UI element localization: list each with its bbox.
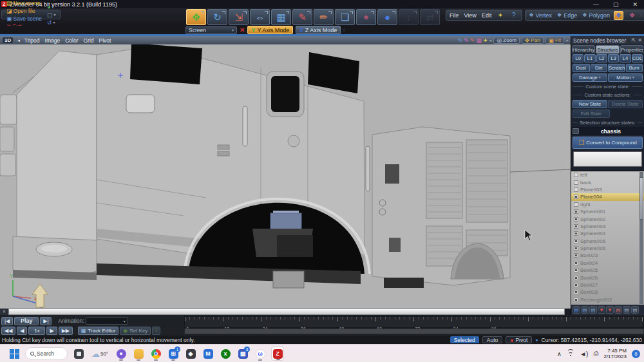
node-checkbox[interactable] xyxy=(574,298,578,302)
notification-badge[interactable]: 8 xyxy=(632,350,640,358)
sphere-tool-button[interactable]: ● xyxy=(377,9,397,25)
node-list-item[interactable]: Sphere005 xyxy=(571,238,644,245)
taskbar-chrome[interactable] xyxy=(149,347,162,361)
node-list-item[interactable]: back xyxy=(571,178,644,186)
taskbar-xbox[interactable]: x xyxy=(219,347,232,361)
tab-structure[interactable]: Structure xyxy=(596,45,619,53)
taskbar-clock[interactable]: 7:45 PM 2/17/2023 xyxy=(603,348,627,359)
taskbar-notes-app[interactable]: ▤3 xyxy=(236,347,249,361)
vp-menu-pivot[interactable]: Pivot xyxy=(99,37,111,44)
maximize-button[interactable]: ▢ xyxy=(613,1,619,8)
lod-button[interactable]: L3 xyxy=(608,54,619,62)
dock-icon[interactable]: ⇱ xyxy=(632,37,636,43)
node-list-item[interactable]: Plane003 xyxy=(571,186,644,193)
draw-overflow-icon[interactable]: ▾ xyxy=(489,38,491,43)
arrow-down-tool-button[interactable]: ↓ xyxy=(399,9,419,25)
node-list-item[interactable]: Box027 xyxy=(571,281,644,289)
export-icon[interactable]: ✦ xyxy=(495,11,505,20)
paint-pen-icon[interactable]: ✎ xyxy=(470,37,475,44)
polygon-mode-button[interactable]: ❖Polygon xyxy=(582,12,610,19)
node-checkbox[interactable] xyxy=(574,202,578,207)
node-settings-icon[interactable]: ▤ xyxy=(631,306,639,314)
vp-menu-grid[interactable]: Grid xyxy=(83,37,93,44)
uv-pen-icon[interactable]: ✎ xyxy=(464,37,469,44)
active-mode-icon[interactable]: ❖ xyxy=(614,11,623,20)
printer-icon[interactable]: ⎙ xyxy=(593,350,598,357)
taskbar-chat-app[interactable]: ● xyxy=(115,347,128,361)
dropdown-button[interactable]: Motion▾ xyxy=(608,73,643,82)
node-import-icon[interactable]: ▤ xyxy=(581,306,589,314)
pivot-mode-chip[interactable]: ●Pivot xyxy=(506,336,532,343)
node-checkbox[interactable] xyxy=(574,209,578,214)
rewind-button[interactable]: ◀◀ xyxy=(1,327,15,335)
weather-widget[interactable]: ☁50° xyxy=(90,347,110,361)
rotate-tool-button[interactable]: ↻ xyxy=(207,9,227,25)
node-list-item[interactable]: Box028 xyxy=(571,289,644,296)
zoom-button[interactable]: ◎Zoom xyxy=(493,37,519,44)
auto-mode-chip[interactable]: Auto xyxy=(482,336,503,343)
new-scene-button[interactable]: ▤New scene xyxy=(5,0,44,7)
node-list-item[interactable]: Rectangle004 xyxy=(571,303,644,305)
material-browser-button[interactable]: ◕▾ xyxy=(45,3,58,11)
node-checkbox[interactable] xyxy=(574,239,578,243)
list-scrollbar-thumb[interactable] xyxy=(639,177,643,220)
node-list-item[interactable]: Box024 xyxy=(571,260,644,267)
node-checkbox[interactable] xyxy=(574,231,578,236)
viewport-3d-scene[interactable]: Y ✕ Z xyxy=(0,44,571,309)
timeline-track[interactable] xyxy=(184,329,644,334)
node-export-icon[interactable]: ▤ xyxy=(589,306,597,314)
timeline-close-icon[interactable]: ✕ xyxy=(0,309,8,315)
node-checkbox[interactable] xyxy=(574,246,578,251)
node-list-item[interactable]: Rectangle002 xyxy=(571,296,644,303)
taskbar-file-explorer[interactable] xyxy=(132,347,145,361)
vertex-mode-button[interactable]: ❖Vertex xyxy=(529,12,552,19)
pan-button[interactable]: ✥Pan xyxy=(522,37,544,44)
wifi-icon[interactable] xyxy=(567,350,574,357)
node-checkbox[interactable] xyxy=(574,180,578,185)
layer-button[interactable]: Dirt xyxy=(591,64,608,72)
lod-button[interactable]: L0 xyxy=(573,54,583,62)
open-file-button[interactable]: ◪Open file xyxy=(5,7,44,15)
extrude-tool-button[interactable]: ❏ xyxy=(335,9,355,25)
node-checkbox[interactable] xyxy=(574,187,578,192)
edit-uv-tool-button[interactable]: ✎ xyxy=(292,9,312,25)
node-list-item[interactable]: Sphere006 xyxy=(571,245,644,252)
detach-tool-button[interactable]: ⌖ xyxy=(356,9,376,25)
node-list-item[interactable]: Box025 xyxy=(571,267,644,274)
node-list-item[interactable]: Sphere001 xyxy=(571,208,644,215)
wire-pen-icon[interactable]: ✎ xyxy=(458,37,463,44)
node-checkbox[interactable] xyxy=(574,283,578,287)
lod-button[interactable]: L2 xyxy=(596,54,607,62)
displace-tool-button[interactable]: ⇲ xyxy=(229,9,249,25)
go-to-start-button[interactable]: |◀ xyxy=(1,317,13,325)
node-list-item[interactable]: left xyxy=(571,171,644,178)
collapse-icon[interactable]: ◂ xyxy=(17,38,20,43)
tab-hierarchy[interactable]: Hierarchy xyxy=(572,45,595,53)
node-list-item[interactable]: Plane004 xyxy=(571,193,644,200)
node-list-item[interactable]: Sphere003 xyxy=(571,223,644,230)
go-to-end-button[interactable]: ▶| xyxy=(40,317,52,325)
axis-overflow-icon[interactable]: ⁞ xyxy=(343,28,345,32)
new-state-button[interactable]: New State xyxy=(573,100,607,108)
node-checkbox[interactable] xyxy=(574,173,578,177)
taskbar-discord[interactable]: ω xyxy=(254,347,267,361)
mirror-tool-button[interactable]: ⇔ xyxy=(250,9,270,25)
vp-menu-image[interactable]: Image xyxy=(45,37,61,44)
undo-button[interactable]: ↺▾ xyxy=(45,19,58,26)
edge-mode-button[interactable]: ❖Edge xyxy=(557,12,577,19)
menu-view[interactable]: View xyxy=(464,12,477,19)
node-copy-icon[interactable]: ▼ xyxy=(606,306,614,314)
speed-button[interactable]: 1x xyxy=(28,327,45,335)
node-checkbox[interactable] xyxy=(574,268,578,272)
node-checkbox[interactable] xyxy=(574,253,578,258)
taskbar-store[interactable]: ⊞1 xyxy=(167,347,180,361)
node-checkbox[interactable] xyxy=(574,224,578,229)
save-scene-button[interactable]: ▣Save scene xyxy=(5,15,44,23)
selected-mode-chip[interactable]: Selected xyxy=(450,336,479,343)
lod-button[interactable]: COL xyxy=(632,54,643,62)
view-type-button[interactable]: 3D xyxy=(3,37,13,43)
play-button[interactable]: Play xyxy=(14,317,39,325)
layer-button[interactable]: Dust xyxy=(573,64,590,72)
track-editor-button[interactable]: ▦Track Editor xyxy=(78,327,118,335)
dropdown-button[interactable]: Damage▾ xyxy=(573,73,607,82)
